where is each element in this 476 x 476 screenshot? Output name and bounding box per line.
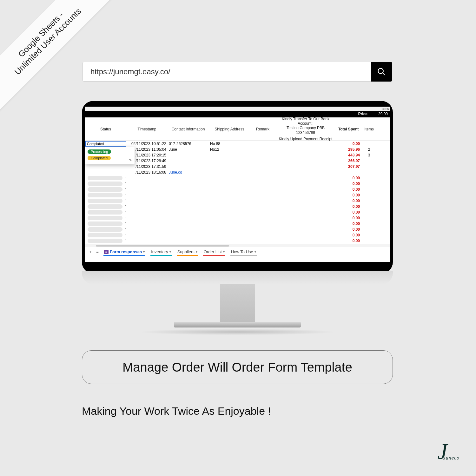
table-row[interactable]: /11/2023 17:31:59207.97 [85, 164, 390, 169]
table-row[interactable]: 02/11/2023 10:51:22017-2628576No 880.00 [85, 141, 390, 147]
ribbon-line1: Google Sheets - [6, 0, 76, 70]
hdr-total-spent: Total Spent [336, 117, 361, 141]
status-cell-active[interactable]: Complated [85, 141, 126, 147]
hdr-timestamp: Timestamp [126, 117, 168, 141]
pencil-icon[interactable]: ✎ [129, 158, 132, 162]
spreadsheet-screen: Items Price 29.99 Status Timestamp Conta… [85, 107, 390, 262]
rows-area: Complated Processing Complated ✎ 02/11/2… [85, 141, 390, 244]
monitor-shadow [139, 329, 336, 335]
search-icon [377, 67, 386, 76]
table-row[interactable]: 0.00 [85, 181, 390, 187]
status-dropdown-pill[interactable] [88, 210, 122, 215]
hdr-bank-l3: Testing Company PBB 123456789 [277, 126, 334, 135]
column-headers: Status Timestamp Contact Information Shi… [85, 117, 390, 141]
table-row[interactable]: /11/2023 18:16:08June.co [85, 169, 390, 175]
corner-ribbon: Google Sheets - Unlimited User Accounts [0, 0, 121, 114]
tab-inventory-label: Inventory [151, 249, 168, 254]
logo-subtext: Juneco [443, 456, 459, 459]
status-dropdown-pill[interactable] [88, 182, 122, 186]
hdr-shipping: Shipping Address [209, 117, 250, 141]
status-dropdown-pill[interactable] [88, 187, 122, 192]
status-dropdown-pill[interactable] [88, 199, 122, 203]
monitor-neck [220, 284, 255, 322]
status-dropdown-pill[interactable] [88, 176, 122, 180]
table-row[interactable]: 0.00 [85, 187, 390, 192]
table-row[interactable]: 0.00 [85, 204, 390, 209]
brand-logo: J Juneco [438, 445, 459, 459]
tab-suppliers-label: Suppliers [177, 249, 195, 254]
tab-order-list[interactable]: Order List▾ [201, 248, 227, 255]
add-sheet-button[interactable]: + [88, 249, 93, 254]
status-dropdown-pill[interactable] [88, 233, 122, 237]
status-dropdown-pill[interactable] [88, 239, 122, 243]
hdr-status: Status [85, 117, 126, 141]
hdr-items: Items [361, 117, 377, 141]
hdr-remark: Remark [250, 117, 275, 141]
tab-inventory[interactable]: Inventory▾ [149, 248, 173, 255]
hdr-bank-l2: Account : [277, 121, 334, 126]
table-row[interactable]: 0.00 [85, 215, 390, 221]
status-dropdown-pill[interactable] [88, 221, 122, 226]
status-dropdown-pill[interactable] [88, 227, 122, 232]
headline-pill: Manage Order Will Order Form Template [82, 350, 393, 384]
table-row[interactable]: 0.00 [85, 238, 390, 244]
tab-how-to-use[interactable]: How To Use▾ [228, 248, 259, 255]
status-option-processing[interactable]: Processing [88, 149, 111, 154]
tab-suppliers[interactable]: Suppliers▾ [175, 248, 200, 255]
top-items-label: Items [380, 107, 389, 110]
table-row[interactable]: 0.00 [85, 209, 390, 215]
search-bar [83, 62, 392, 82]
all-sheets-button[interactable]: ≡ [95, 249, 100, 254]
svg-line-1 [383, 73, 385, 75]
hdr-contact: Contact Information [168, 117, 209, 141]
tagline: Making Your Work Twice As Enjoyable ! [82, 405, 271, 417]
tab-orderlist-label: Order List [204, 249, 222, 254]
price-bar: Price 29.99 [85, 111, 390, 117]
status-dropdown-pill[interactable] [88, 204, 122, 209]
monitor-base [174, 322, 301, 327]
monitor-chin [82, 271, 393, 284]
ribbon-line2: Unlimited User Accounts [13, 6, 83, 77]
price-value: 29.99 [378, 112, 388, 116]
search-button[interactable] [371, 62, 392, 82]
status-option-complated[interactable]: Complated [88, 156, 111, 160]
horizontal-scrollbar[interactable] [85, 244, 390, 247]
search-input[interactable] [83, 67, 371, 76]
table-row[interactable]: 0.00 [85, 221, 390, 227]
status-dropdown-pill[interactable] [88, 216, 122, 220]
sheet-tabs: + ≡ ≡ Form responses▾ Inventory▾ Supplie… [85, 247, 390, 256]
table-row[interactable]: 0.00 [85, 198, 390, 204]
hdr-bank: Kindly Transfer To Our Bank Account : Te… [275, 117, 336, 141]
status-dropdown-pill[interactable] [88, 193, 122, 197]
svg-point-0 [378, 69, 383, 74]
status-dropdown[interactable]: Processing Complated ✎ [85, 147, 135, 164]
price-label: Price [358, 112, 367, 116]
monitor-mockup: Items Price 29.99 Status Timestamp Conta… [82, 101, 393, 335]
table-row[interactable]: 0.00 [85, 227, 390, 232]
table-row[interactable]: 0.00 [85, 192, 390, 198]
tab-form-label: Form responses [110, 249, 142, 254]
tab-howto-label: How To Use [231, 249, 253, 254]
table-row[interactable]: 0.00 [85, 232, 390, 238]
tab-form-responses[interactable]: ≡ Form responses▾ [102, 248, 147, 255]
table-row[interactable]: 0.00 [85, 175, 390, 181]
form-icon: ≡ [104, 250, 109, 254]
